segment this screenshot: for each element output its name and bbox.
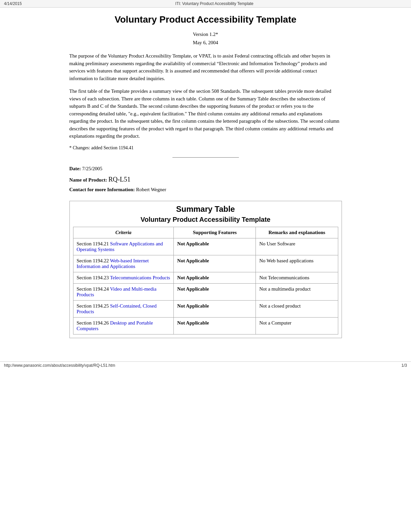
section-divider — [172, 157, 239, 158]
changes-note: * Changes: added Section 1194.41 — [69, 145, 342, 151]
summary-table-wrapper: Summary Table Voluntary Product Accessib… — [69, 201, 342, 338]
criteria-cell-2: Section 1194.23 Telecommunications Produ… — [73, 272, 174, 283]
remarks-cell-1: No Web based applications — [256, 255, 338, 272]
intro-para-2: The first table of the Template provides… — [69, 87, 342, 140]
criteria-cell-1: Section 1194.22 Web-based Internet Infor… — [73, 255, 174, 272]
intro-para-1: The purpose of the Voluntary Product Acc… — [69, 52, 342, 82]
criteria-link-5[interactable]: Desktop and Portable Computers — [77, 320, 153, 331]
table-row: Section 1194.22 Web-based Internet Infor… — [73, 255, 338, 272]
date-value: 7/25/2005 — [82, 166, 102, 171]
supporting-cell-5: Not Applicable — [174, 317, 256, 334]
page-title: Voluntary Product Accessibility Template — [69, 14, 342, 25]
browser-date: 4/14/2015 — [4, 1, 22, 6]
criteria-cell-4: Section 1194.25 Self-Contained, Closed P… — [73, 300, 174, 317]
browser-bar: 4/14/2015 ITI: Voluntary Product Accessi… — [0, 0, 411, 8]
criteria-header: Criteria — [73, 227, 174, 238]
table-row: Section 1194.24 Video and Multi-media Pr… — [73, 283, 338, 300]
contact-value: Robert Wegner — [136, 187, 166, 192]
product-info: Date: 7/25/2005 Name of Product: RQ-L51 … — [69, 164, 342, 194]
supporting-header: Supporting Features — [174, 227, 256, 238]
criteria-link-2[interactable]: Telecommunications Products — [110, 275, 170, 280]
remarks-cell-5: Not a Computer — [256, 317, 338, 334]
summary-table-title: Summary Table — [73, 204, 338, 214]
remarks-cell-2: Not Telecommunications — [256, 272, 338, 283]
date-label: Date: — [69, 166, 81, 171]
remarks-cell-4: Not a closed product — [256, 300, 338, 317]
product-date-line: Date: 7/25/2005 — [69, 164, 342, 173]
header-date: May 6, 2004 — [69, 40, 342, 46]
remarks-header: Remarks and explanations — [256, 227, 338, 238]
page-content: Voluntary Product Accessibility Template… — [56, 8, 355, 358]
criteria-link-4[interactable]: Self-Contained, Closed Products — [77, 303, 157, 314]
footer-url: http://www.panasonic.com/about/accessibi… — [4, 363, 115, 368]
table-row: Section 1194.25 Self-Contained, Closed P… — [73, 300, 338, 317]
name-value: RQ-L51 — [108, 176, 131, 183]
supporting-cell-4: Not Applicable — [174, 300, 256, 317]
criteria-link-1[interactable]: Web-based Internet Information and Appli… — [77, 258, 149, 269]
version-line: Version 1.2* — [69, 32, 342, 37]
table-row: Section 1194.21 Software Applications an… — [73, 238, 338, 255]
footer-bar: http://www.panasonic.com/about/accessibi… — [0, 361, 411, 369]
criteria-cell-3: Section 1194.24 Video and Multi-media Pr… — [73, 283, 174, 300]
criteria-cell-0: Section 1194.21 Software Applications an… — [73, 238, 174, 255]
product-name-line: Name of Product: RQ-L51 — [69, 173, 342, 185]
contact-label: Contact for more Information: — [69, 187, 135, 192]
criteria-cell-5: Section 1194.26 Desktop and Portable Com… — [73, 317, 174, 334]
summary-table-subtitle: Voluntary Product Accessibility Template — [73, 216, 338, 223]
name-label: Name of Product: — [69, 177, 107, 183]
remarks-cell-3: Not a multimedia product — [256, 283, 338, 300]
criteria-link-0[interactable]: Software Applications and Operating Syst… — [77, 241, 163, 252]
criteria-link-3[interactable]: Video and Multi-media Products — [77, 286, 156, 297]
table-row: Section 1194.26 Desktop and Portable Com… — [73, 317, 338, 334]
table-header-row: Criteria Supporting Features Remarks and… — [73, 227, 338, 238]
supporting-cell-0: Not Applicable — [174, 238, 256, 255]
remarks-cell-0: No User Software — [256, 238, 338, 255]
footer-page: 1/3 — [401, 363, 407, 368]
browser-title: ITI: Voluntary Product Accessibility Tem… — [175, 1, 254, 6]
table-row: Section 1194.23 Telecommunications Produ… — [73, 272, 338, 283]
product-contact-line: Contact for more Information: Robert Weg… — [69, 185, 342, 194]
supporting-cell-3: Not Applicable — [174, 283, 256, 300]
vpat-summary-table: Criteria Supporting Features Remarks and… — [73, 227, 338, 334]
supporting-cell-2: Not Applicable — [174, 272, 256, 283]
supporting-cell-1: Not Applicable — [174, 255, 256, 272]
